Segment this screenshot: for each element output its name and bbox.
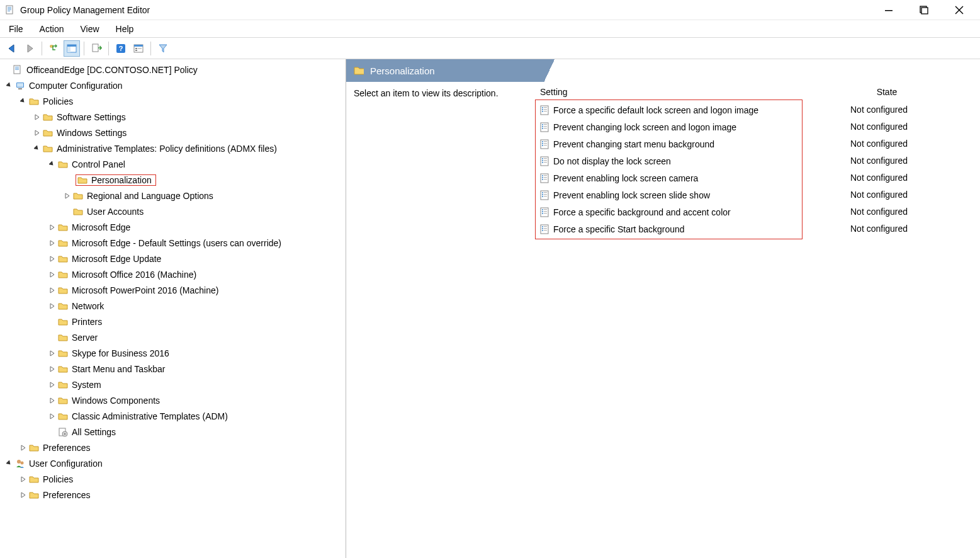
policy-setting-icon <box>539 224 549 234</box>
list-columns[interactable]: Setting State <box>534 82 980 100</box>
tree-item-software-settings[interactable]: Software Settings <box>1 109 344 125</box>
svg-rect-80 <box>542 213 543 214</box>
expander-closed-icon[interactable] <box>48 239 57 248</box>
expander-open-icon[interactable] <box>48 160 57 169</box>
svg-rect-73 <box>542 196 543 197</box>
folder-icon <box>58 380 68 390</box>
setting-state: Not configured <box>844 101 914 118</box>
setting-row[interactable]: Prevent changing start menu background <box>536 135 802 152</box>
tree-item-policies[interactable]: Policies <box>1 93 344 109</box>
tree-item-root[interactable]: OfficeandEdge [DC.CONTOSO.NET] Policy <box>1 62 344 77</box>
expander-closed-icon[interactable] <box>63 191 72 200</box>
setting-row[interactable]: Do not display the lock screen <box>536 152 802 169</box>
tree-item-user-accounts[interactable]: User Accounts <box>1 203 344 219</box>
tree-item-windows-settings[interactable]: Windows Settings <box>1 125 344 140</box>
expander-closed-icon[interactable] <box>48 223 57 232</box>
expander-closed-icon[interactable] <box>48 412 57 421</box>
tree-item-start-menu[interactable]: Start Menu and Taskbar <box>1 361 344 377</box>
setting-row[interactable]: Prevent changing lock screen and logon i… <box>536 118 802 135</box>
expander-open-icon[interactable] <box>5 459 14 468</box>
back-button[interactable] <box>4 40 20 57</box>
tree-item-skype[interactable]: Skype for Business 2016 <box>1 345 344 361</box>
svg-rect-79 <box>544 211 547 212</box>
svg-rect-26 <box>17 83 23 87</box>
tree-item-server[interactable]: Server <box>1 329 344 345</box>
close-button[interactable] <box>950 3 969 18</box>
up-button[interactable] <box>46 40 62 57</box>
setting-state: Not configured <box>844 169 914 186</box>
tree-item-regional[interactable]: Regional and Language Options <box>1 188 344 203</box>
expander-closed-icon[interactable] <box>48 286 57 295</box>
tree-item-user-policies[interactable]: Policies <box>1 471 344 487</box>
expander-closed-icon[interactable] <box>48 365 57 373</box>
tree-item-edge-default[interactable]: Microsoft Edge - Default Settings (users… <box>1 235 344 251</box>
tree-item-admin-templates[interactable]: Administrative Templates: Policy definit… <box>1 140 344 156</box>
properties-button[interactable] <box>130 40 147 57</box>
svg-rect-56 <box>544 158 547 159</box>
expander-closed-icon[interactable] <box>19 475 28 484</box>
expander-closed-icon[interactable] <box>19 491 28 499</box>
setting-row[interactable]: Force a specific Start background <box>536 220 802 237</box>
svg-rect-20 <box>135 50 137 51</box>
filter-button[interactable] <box>155 40 171 57</box>
tree-item-all-settings[interactable]: All Settings <box>1 424 344 440</box>
svg-rect-5 <box>885 10 893 11</box>
svg-rect-65 <box>544 177 547 178</box>
svg-rect-81 <box>544 213 547 214</box>
expander-open-icon[interactable] <box>19 97 28 106</box>
svg-rect-88 <box>544 230 547 231</box>
minimize-button[interactable] <box>879 3 898 18</box>
tree-item-printers[interactable]: Printers <box>1 314 344 329</box>
menu-help[interactable]: Help <box>113 23 137 35</box>
maximize-button[interactable] <box>915 3 933 18</box>
tree-item-office-2016[interactable]: Microsoft Office 2016 (Machine) <box>1 266 344 282</box>
expander-closed-icon[interactable] <box>33 113 42 122</box>
folder-icon <box>29 443 39 453</box>
export-button[interactable] <box>88 40 104 57</box>
setting-row[interactable]: Prevent enabling lock screen slide show <box>536 186 802 203</box>
menu-action[interactable]: Action <box>37 23 67 35</box>
expander-closed-icon[interactable] <box>48 396 57 405</box>
forward-button[interactable] <box>21 40 38 57</box>
tree-item-control-panel[interactable]: Control Panel <box>1 156 344 172</box>
tree-item-system[interactable]: System <box>1 377 344 392</box>
expander-closed-icon[interactable] <box>48 254 57 263</box>
tree-pane[interactable]: OfficeandEdge [DC.CONTOSO.NET] Policy <box>0 59 346 558</box>
expander-closed-icon[interactable] <box>33 128 42 137</box>
app-icon <box>5 5 15 15</box>
folder-icon <box>43 112 53 122</box>
setting-row[interactable]: Prevent enabling lock screen camera <box>536 169 802 186</box>
expander-closed-icon[interactable] <box>48 380 57 389</box>
expander-closed-icon[interactable] <box>48 349 57 358</box>
setting-row[interactable]: Force a specific default lock screen and… <box>536 101 802 118</box>
tree-item-edge-update[interactable]: Microsoft Edge Update <box>1 251 344 266</box>
expander-closed-icon[interactable] <box>19 443 28 452</box>
setting-row[interactable]: Force a specific background and accent c… <box>536 203 802 220</box>
folder-icon <box>58 333 68 343</box>
expander-closed-icon[interactable] <box>48 302 57 310</box>
svg-rect-53 <box>544 145 547 145</box>
tree-item-powerpoint-2016[interactable]: Microsoft PowerPoint 2016 (Machine) <box>1 282 344 298</box>
tree-item-windows-components[interactable]: Windows Components <box>1 392 344 408</box>
svg-rect-34 <box>542 107 543 108</box>
tree-item-computer-config[interactable]: Computer Configuration <box>1 77 344 93</box>
help-button[interactable]: ? <box>113 40 129 57</box>
expander-open-icon[interactable] <box>33 144 42 153</box>
tree-item-user-config[interactable]: User Configuration <box>1 455 344 471</box>
tree-label: Microsoft Edge Update <box>70 254 162 264</box>
menu-file[interactable]: File <box>6 23 26 35</box>
tree-item-network[interactable]: Network <box>1 298 344 314</box>
tree-item-personalization[interactable]: Personalization <box>1 172 344 188</box>
column-state[interactable]: State <box>846 87 928 97</box>
tree-item-user-preferences[interactable]: Preferences <box>1 487 344 503</box>
expander-open-icon[interactable] <box>5 81 14 90</box>
column-setting[interactable]: Setting <box>538 87 846 97</box>
menu-view[interactable]: View <box>77 23 101 35</box>
svg-rect-7 <box>921 8 928 14</box>
expander-closed-icon[interactable] <box>48 270 57 279</box>
tree-item-preferences[interactable]: Preferences <box>1 440 344 455</box>
tree-item-edge[interactable]: Microsoft Edge <box>1 219 344 235</box>
show-hide-tree-button[interactable] <box>64 40 80 57</box>
folder-icon <box>73 207 83 217</box>
tree-item-classic-adm[interactable]: Classic Administrative Templates (ADM) <box>1 408 344 424</box>
